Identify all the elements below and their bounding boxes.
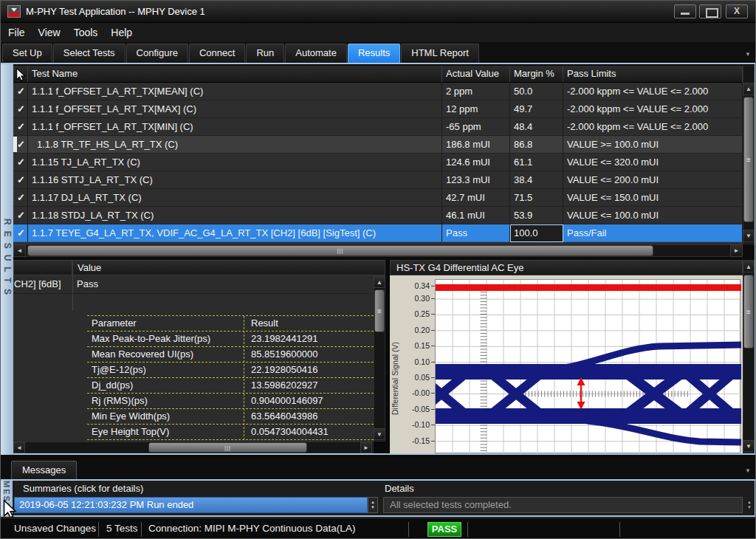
frame-line [1, 453, 756, 455]
tab-configure[interactable]: Configure [126, 44, 188, 63]
table-row[interactable]: ✓ 1.1.1 f_OFFSET_LA_RT_TX[MIN] (C) -65 p… [13, 118, 743, 136]
scroll-down-button[interactable]: ▼ [743, 230, 755, 242]
parameter-row[interactable]: Rj (RMS)(ps) 0.904000146097 [87, 394, 385, 409]
details-stepper[interactable]: ▲ ▼ [745, 497, 754, 513]
table-row[interactable]: ✓ 1.1.1 f_OFFSET_LA_RT_TX[MEAN] (C) 2 pp… [13, 83, 743, 100]
menu-help[interactable]: Help [111, 27, 132, 38]
scroll-right-button[interactable]: ► [360, 442, 372, 453]
tab-select-tests[interactable]: Select Tests [53, 44, 126, 63]
parameter-row[interactable]: Mean Recovered UI(ps) 85.8519600000 [87, 347, 385, 363]
details-text-field[interactable]: All selected tests completed. [383, 497, 743, 513]
summary-entry-selected[interactable]: 2019-06-05 12:21:03:232 PM Run ended [14, 497, 368, 513]
tab-connect[interactable]: Connect [189, 44, 245, 63]
eye-diagram-plot [435, 279, 740, 453]
messages-side-tab[interactable]: MESSAGES [1, 481, 13, 515]
frame-line [1, 63, 756, 64]
table-row[interactable]: ✓ 1.1.1 f_OFFSET_LA_RT_TX[MAX] (C) 12 pp… [13, 100, 743, 118]
results-side-tab[interactable]: RESULTS [1, 64, 13, 455]
summaries-header: Summaries (click for details) [23, 483, 143, 494]
y-tick-label: 0.20 [403, 325, 430, 335]
eye-diagram-pane: HS-TX G4 Differential AC Eye Differentia… [390, 260, 743, 453]
stepper-up-icon[interactable]: ▲ [371, 500, 375, 505]
eye-diagram-canvas [436, 280, 741, 453]
scroll-left-button[interactable]: ◄ [13, 442, 25, 453]
table-row[interactable]: ✓ 1.1.17 DJ_LA_RT_TX (C) 42.7 mUI 71.5 V… [13, 189, 743, 207]
results-side-label: RESULTS [2, 219, 13, 301]
scroll-thumb[interactable]: ≡ [743, 97, 754, 222]
status-separator [408, 522, 409, 537]
close-button[interactable]: X [726, 4, 748, 18]
margin-cell: 86.8 [510, 136, 563, 154]
title-bar[interactable]: M-PHY Test Application -- MPHY Device 1 … [1, 1, 756, 23]
maximize-button[interactable] [699, 4, 721, 18]
parameter-result: 23.1982441291 [251, 332, 317, 346]
parameter-row[interactable]: Tj@E-12(ps) 22.1928050416 [87, 363, 385, 378]
summary-stepper[interactable]: ▲ ▼ [368, 497, 378, 513]
scroll-thumb[interactable]: ≡ [374, 289, 385, 332]
detail-pane-name-column-header[interactable] [13, 260, 72, 275]
menu-file[interactable]: File [8, 27, 25, 38]
table-row[interactable]: ✓ 1.1.16 STTJ_LA_RT_TX (C) 123.3 mUI 38.… [13, 171, 743, 189]
parameter-row[interactable]: Max Peak-to-Peak Jitter(ps) 23.198244129… [87, 332, 385, 347]
messages-dropdown-icon[interactable]: ▼ [745, 467, 751, 474]
parameter-row[interactable]: Min Eye Width(ps) 63.5646043986 [87, 409, 385, 425]
pass-check-icon: ✓ [13, 189, 28, 207]
pass-limits-cell: VALUE >= 100.0 mUI [563, 136, 743, 154]
pass-check-icon: ✓ [13, 171, 28, 189]
scroll-thumb[interactable]: ≡ [743, 275, 754, 349]
scroll-thumb[interactable]: ||| [27, 245, 653, 256]
table-row[interactable]: ✓ 1.1.15 TJ_LA_RT_TX (C) 124.6 mUI 61.1 … [13, 154, 743, 171]
column-header-test-name[interactable]: Test Name [28, 66, 442, 83]
column-header-actual-value[interactable]: Actual Value [442, 66, 510, 83]
table-row-selected[interactable]: ✓ 1.1.7 TEYE_G4_LA_RT_TX, VDIF_AC_G4_LA_… [13, 224, 743, 242]
stepper-up-icon[interactable]: ▲ [747, 500, 752, 505]
pass-limits-cell: -2.000 kppm <= VALUE <= 2.000 [563, 83, 743, 100]
parameter-result: 0.904000146097 [251, 394, 323, 408]
parameter-name: Eye Height Top(V) [92, 425, 169, 439]
y-tick-label: 0.05 [403, 372, 430, 382]
parameter-name: Min Eye Width(ps) [92, 409, 170, 424]
table-header-cursor-cell[interactable] [13, 66, 28, 83]
test-name-cell: 1.1.7 TEYE_G4_LA_RT_TX, VDIF_AC_G4_LA_RT… [28, 224, 442, 242]
tab-results[interactable]: Results [348, 44, 400, 63]
pass-limits-cell: VALUE <= 100.0 mUI [563, 207, 743, 224]
table-row-highlighted[interactable]: ✓ 1.1.8 TR_TF_HS_LA_RT_TX (C) 186.8 mUI … [13, 136, 743, 154]
tab-set-up[interactable]: Set Up [2, 44, 52, 63]
status-bar: Unsaved Changes 5 Tests Connection: MIPI… [1, 518, 756, 539]
results-table: Test Name Actual Value Margin % Pass Lim… [13, 66, 743, 244]
margin-cell: 100.0 [510, 224, 563, 242]
app-window: M-PHY Test Application -- MPHY Device 1 … [0, 0, 756, 539]
parameter-row[interactable]: Dj_dd(ps) 13.5986202927 [87, 378, 385, 394]
pass-check-icon: ✓ [13, 154, 28, 171]
test-name-cell: 1.1.18 STDJ_LA_RT_TX (C) [28, 207, 442, 224]
stepper-down-icon[interactable]: ▼ [747, 505, 752, 510]
menu-tools[interactable]: Tools [74, 27, 98, 38]
scroll-up-button[interactable]: ▲ [743, 261, 755, 272]
menu-view[interactable]: View [38, 27, 61, 38]
tab-messages[interactable]: Messages [11, 461, 77, 479]
scroll-up-button[interactable]: ▲ [743, 83, 755, 95]
pass-check-icon: ✓ [13, 224, 28, 242]
column-header-margin[interactable]: Margin % [510, 66, 563, 83]
parameter-row[interactable]: Eye Height Top(V) 0.0547304004431 [87, 425, 385, 440]
scroll-thumb[interactable]: ||| [148, 442, 307, 453]
stepper-down-icon[interactable]: ▼ [371, 505, 375, 510]
tab-overflow-dropdown-icon[interactable]: ▼ [745, 51, 751, 58]
tab-run[interactable]: Run [246, 44, 284, 63]
parameter-name: Mean Recovered UI(ps) [92, 347, 193, 362]
detail-pane-value-column-header[interactable]: Value [72, 260, 385, 275]
tab-html-report[interactable]: HTML Report [401, 44, 479, 63]
column-header-pass-limits[interactable]: Pass Limits [563, 66, 743, 83]
table-row[interactable]: ✓ 1.1.18 STDJ_LA_RT_TX (C) 46.1 mUI 53.9… [13, 207, 743, 224]
status-separator [467, 522, 468, 537]
messages-tab-bar: Messages ▼ [1, 459, 756, 479]
tab-automate[interactable]: Automate [285, 44, 347, 63]
scroll-up-button[interactable]: ▲ [374, 276, 385, 288]
test-name-cell: 1.1.1 f_OFFSET_LA_RT_TX[MEAN] (C) [28, 83, 442, 100]
scroll-down-button[interactable]: ▼ [374, 428, 385, 440]
scroll-right-button[interactable]: ► [730, 244, 743, 257]
parameter-name: Max Peak-to-Peak Jitter(ps) [92, 332, 210, 346]
minimize-button[interactable] [674, 4, 696, 18]
scroll-left-button[interactable]: ◄ [13, 244, 26, 257]
scroll-down-button[interactable]: ▼ [743, 440, 755, 452]
